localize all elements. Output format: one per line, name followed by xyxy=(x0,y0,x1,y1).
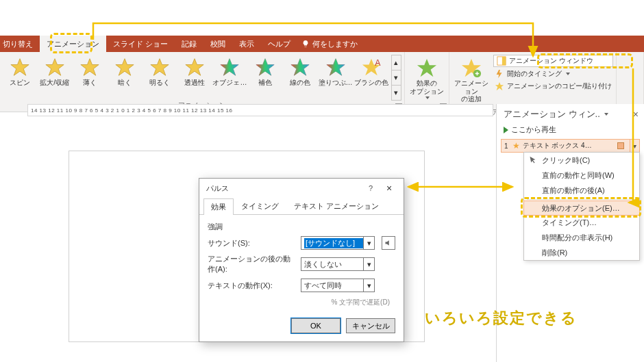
menu-timing[interactable]: タイミング(T)… xyxy=(524,215,639,230)
add-animation-button[interactable]: アニメーション の追加 xyxy=(452,55,491,107)
gallery-item-label: ブラシの色 xyxy=(354,78,388,88)
menu-separator xyxy=(527,199,636,200)
chevron-down-icon: ▾ xyxy=(363,237,374,249)
animation-gallery-item[interactable]: 透過性 xyxy=(177,55,211,88)
animation-painter-label: アニメーションのコピー/貼り付け xyxy=(507,81,612,91)
trigger-button[interactable]: 開始のタイミング xyxy=(493,68,613,79)
star-icon: ★ xyxy=(512,141,520,151)
sound-label: サウンド(S): xyxy=(208,238,297,248)
gallery-item-label: 薄く xyxy=(83,78,97,88)
play-icon xyxy=(504,127,508,133)
animation-gallery-item[interactable]: 補色 xyxy=(248,55,282,88)
menu-hide-timeline[interactable]: 時間配分の非表示(H) xyxy=(524,230,639,245)
svg-text:A: A xyxy=(375,58,381,68)
animation-entry[interactable]: 1 ★ テキスト ボックス 4… ▾ xyxy=(501,139,640,153)
cancel-button[interactable]: キャンセル xyxy=(346,318,395,333)
delay-between-letters-label: % 文字間で遅延(D) xyxy=(208,296,395,307)
gallery-item-label: 暗く xyxy=(118,78,132,88)
dialog-section-label: 強調 xyxy=(208,222,395,232)
dialog-help-button[interactable]: ? xyxy=(362,184,379,192)
chevron-down-icon xyxy=(566,73,570,75)
svg-marker-16 xyxy=(417,59,436,77)
svg-marker-2 xyxy=(81,59,99,76)
star-icon xyxy=(220,57,239,77)
animation-pane-icon xyxy=(497,56,506,66)
tab-review[interactable]: 校閲 xyxy=(203,36,232,52)
gallery-item-label: 拡大/収縮 xyxy=(40,78,69,88)
play-from-here-button[interactable]: ここから再生 xyxy=(497,123,644,139)
chevron-down-icon[interactable] xyxy=(604,113,608,116)
star-icon xyxy=(10,57,29,77)
menu-start-with-previous[interactable]: 直前の動作と同時(W) xyxy=(524,168,639,183)
animation-gallery-item[interactable]: オブジェクト… xyxy=(212,55,247,88)
menu-effect-options[interactable]: 効果のオプション(E)… xyxy=(523,201,640,216)
animation-gallery-item[interactable]: スピン xyxy=(3,55,36,88)
svg-marker-4 xyxy=(151,59,169,76)
animation-painter-icon xyxy=(495,81,504,91)
effect-options-button[interactable]: 効果の オプション xyxy=(408,55,446,99)
timeline-bar-icon xyxy=(617,142,624,149)
menu-remove[interactable]: 削除(R) xyxy=(524,245,639,260)
chevron-down-icon: ▾ xyxy=(363,279,374,292)
animation-pane-button[interactable]: アニメーション ウィンドウ xyxy=(493,55,613,67)
animation-gallery-item[interactable]: 線の色 xyxy=(283,55,317,88)
dialog-tab-timing[interactable]: タイミング xyxy=(234,198,286,214)
tab-animations[interactable]: アニメーション xyxy=(40,36,106,52)
gallery-item-label: 透過性 xyxy=(184,78,205,88)
play-label: ここから再生 xyxy=(511,125,556,135)
tell-me-search[interactable]: 何をしますか xyxy=(301,36,358,52)
tell-me-label: 何をしますか xyxy=(312,39,358,49)
after-animation-label: アニメーションの後の動作(A): xyxy=(208,254,297,274)
animation-gallery-item[interactable]: 塗りつぶしの色 xyxy=(319,55,353,88)
tab-transitions[interactable]: 切り替え xyxy=(0,36,40,52)
ok-button[interactable]: OK xyxy=(291,318,340,333)
gallery-scroll-up[interactable]: ▴ xyxy=(392,55,401,70)
dialog-tab-text-animation[interactable]: テキスト アニメーション xyxy=(286,198,386,214)
animation-gallery-item[interactable]: 暗く xyxy=(108,55,141,88)
menu-start-after-previous[interactable]: 直前の動作の後(A) xyxy=(524,183,639,198)
star-icon xyxy=(290,57,310,77)
speaker-icon xyxy=(384,239,393,247)
gallery-item-label: 塗りつぶしの色 xyxy=(319,78,353,88)
animation-pane-title: アニメーション ウィン.. xyxy=(504,108,600,120)
tab-view[interactable]: 表示 xyxy=(232,36,261,52)
animation-entry-number: 1 xyxy=(504,142,508,150)
tab-help[interactable]: ヘルプ xyxy=(261,36,297,52)
dialog-title: パルス xyxy=(206,183,229,194)
star-icon xyxy=(326,57,345,77)
tab-record[interactable]: 記録 xyxy=(175,36,203,52)
after-animation-combobox[interactable]: 淡くしない ▾ xyxy=(301,257,375,271)
gallery-item-label: 明るく xyxy=(149,78,170,88)
annotation-callout-text: いろいろ設定できる xyxy=(425,308,578,328)
svg-marker-21 xyxy=(495,82,504,90)
gallery-scroll-down[interactable]: ▾ xyxy=(392,70,401,86)
animation-gallery-item[interactable]: 薄く xyxy=(73,55,106,88)
effect-options-label: 効果の オプション xyxy=(410,79,444,95)
tab-slideshow[interactable]: スライド ショー xyxy=(106,36,175,52)
dialog-tab-effect[interactable]: 効果 xyxy=(203,198,234,215)
entry-dropdown-button[interactable]: ▾ xyxy=(630,140,639,152)
svg-marker-1 xyxy=(45,59,63,76)
effect-options-icon xyxy=(417,57,437,78)
add-animation-icon xyxy=(461,57,482,78)
animation-gallery-item[interactable]: Aブラシの色 xyxy=(354,55,388,88)
animation-gallery-item[interactable]: 明るく xyxy=(143,55,176,88)
gallery-item-label: 線の色 xyxy=(290,78,310,88)
menu-start-on-click[interactable]: クリック時(C) xyxy=(524,153,639,168)
gallery-item-label: 補色 xyxy=(258,78,272,88)
chevron-down-icon xyxy=(425,96,430,99)
animation-gallery-item[interactable]: 拡大/収縮 xyxy=(38,55,71,88)
sound-combobox[interactable]: [サウンドなし] ▾ xyxy=(301,236,375,250)
gallery-item-label: オブジェクト… xyxy=(212,78,247,88)
animation-painter-button[interactable]: アニメーションのコピー/貼り付け xyxy=(493,81,613,92)
dialog-close-button[interactable]: × xyxy=(379,183,399,194)
sound-volume-button[interactable] xyxy=(382,236,395,250)
star-icon xyxy=(80,57,99,77)
svg-marker-0 xyxy=(10,59,28,76)
animation-entry-label: テキスト ボックス 4… xyxy=(523,141,592,151)
animate-text-combobox[interactable]: すべて同時 ▾ xyxy=(301,279,375,292)
close-pane-button[interactable]: × xyxy=(633,109,639,120)
gallery-more-button[interactable]: ▾ xyxy=(392,86,401,100)
effect-options-dialog: パルス ? × 効果 タイミング テキスト アニメーション 強調 サウンド(S)… xyxy=(199,178,404,342)
gallery-item-label: スピン xyxy=(10,78,30,88)
